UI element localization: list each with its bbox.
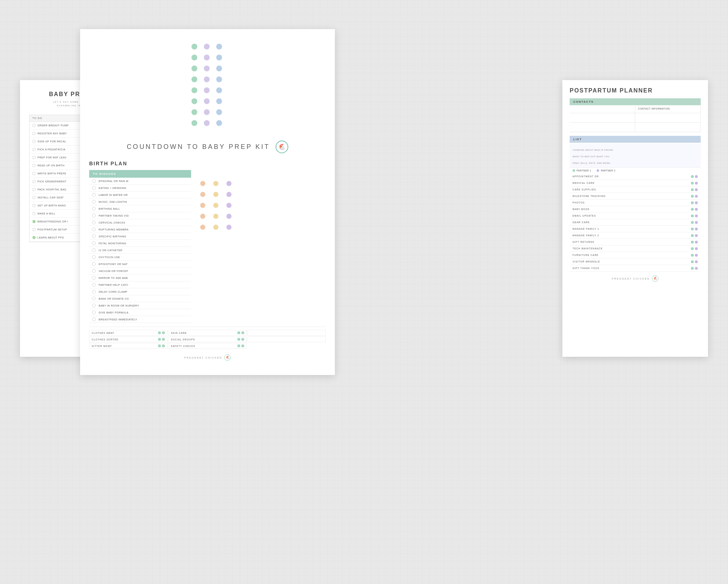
checkbox-circle [92, 228, 96, 231]
dot-p1 [691, 208, 694, 211]
checkbox-circle [92, 269, 96, 273]
list-item: PARTNER TAKING VID [89, 212, 191, 219]
partner-labels-row: PARTNER 1 PARTNER 2 [570, 168, 701, 173]
checkbox-circle [92, 262, 96, 266]
list-item: MUSIC, DIM LIGHTIN [89, 198, 191, 205]
bottom-labels: CLOTHES AWAY SKIN CARE CLOTHES SORTED SO… [89, 327, 326, 349]
list-item: RUPTURING MEMBRA [89, 226, 191, 233]
dot-p2 [695, 260, 698, 263]
contact-row [570, 123, 701, 132]
dot-grid-top [89, 40, 326, 133]
partner-2-dot [597, 169, 599, 172]
list-item: GIVE BABY FORMULA [89, 309, 191, 316]
brand-chicken-icon-right: 🐔 [652, 275, 658, 282]
list-item: BIRTHING BALL [89, 205, 191, 212]
list-item: CLOTHES AWAY [89, 330, 167, 336]
checkbox-circle [92, 193, 96, 197]
list-item: MIRROR TO SEE BAB [89, 275, 191, 281]
countdown-title: COUNTDOWN TO BABY PREP KIT [127, 143, 270, 151]
list-item: BABY BOOK [570, 206, 701, 213]
contact-cell [635, 113, 701, 122]
dot-p1 [691, 188, 694, 191]
contact-row [570, 113, 701, 123]
countdown-title-area: COUNTDOWN TO BABY PREP KIT 🐔 [89, 141, 326, 153]
list-item: CLOTHES SORTED [89, 336, 167, 342]
partner-1-label: PARTNER 1 [573, 169, 591, 172]
checkbox-circle [92, 290, 96, 293]
checkbox-circle [92, 248, 96, 252]
list-item: GIFT THANK YOUS [570, 265, 701, 272]
dot-p1 [691, 228, 694, 230]
checkbox-circle [92, 304, 96, 307]
contact-cell [635, 123, 701, 132]
dot-p2 [695, 241, 698, 244]
checkbox-circle [92, 179, 96, 183]
dot-p1 [691, 182, 694, 185]
dot-p2 [695, 214, 698, 217]
checkbox-circle [92, 283, 96, 287]
dot-p1 [691, 175, 694, 178]
pp-title: POSTPARTUM PLANNER [570, 87, 701, 94]
contacts-header: CONTACTS [570, 98, 701, 105]
dot-p2 [695, 267, 698, 270]
dot-p2 [695, 195, 698, 198]
checkbox-circle [92, 276, 96, 280]
list-item: IV OR CATHETER [89, 247, 191, 254]
list-item: TECH MAINTENANCE [570, 245, 701, 252]
list-item: SOCIAL GROUPS [168, 336, 246, 342]
chicken-logo-icon: 🐔 [276, 141, 288, 153]
dot-p1 [691, 214, 694, 217]
list-item: MEDICAL CARE [570, 180, 701, 186]
dot-p1 [691, 267, 694, 270]
checkbox-circle [92, 234, 96, 238]
list-item: VACUUM OR FORCEP [89, 268, 191, 275]
list-item: OXYTOCIN USE [89, 254, 191, 261]
list-item: EMAIL UPDATES [570, 213, 701, 219]
footer-brand-right: PREGNANT CHICKEN 🐔 [570, 275, 701, 282]
checkbox-circle [92, 186, 96, 190]
checkbox-circle [92, 214, 96, 217]
list-item: CERVICAL CHECKS [89, 219, 191, 226]
list-item: BREASTFEED IMMEDIATELY [89, 316, 191, 323]
dot-p2 [695, 234, 698, 237]
footer-brand: PREGNANT CHICKEN 🐔 [89, 354, 326, 361]
dot-p1 [691, 260, 694, 263]
list-header: LIST [570, 136, 701, 143]
card-middle: COUNTDOWN TO BABY PREP KIT 🐔 BIRTH PLAN … [80, 29, 335, 375]
dot-p2 [695, 247, 698, 250]
contacts-section: CONTACTS CONTACT INFORMATION [570, 98, 701, 132]
contact-cell [570, 106, 635, 113]
dot-p1 [691, 234, 694, 237]
dot-p1 [691, 201, 694, 204]
list-item: APPOINTMENT DR. [570, 173, 701, 180]
discuss-header: TO DISCUSS [89, 170, 191, 178]
contact-cell [570, 113, 635, 122]
dot-p2 [695, 188, 698, 191]
contact-cell [570, 123, 635, 132]
list-item: DELAY CORD CLAMP [89, 288, 191, 295]
list-section: LIST THINKING ABOUT WHO IS TAKING WANT T… [570, 136, 701, 272]
list-item: EATING + DRINKING [89, 185, 191, 192]
list-item: SPECIFIC BIRTHING [89, 233, 191, 240]
partner-2-label: PARTNER 2 [597, 169, 615, 172]
dot-p1 [691, 241, 694, 244]
list-item: FETAL MONITORING [89, 240, 191, 247]
list-item: SITTER MGMT [89, 343, 167, 349]
list-item [248, 336, 326, 342]
dot-p2 [695, 175, 698, 178]
dot-p2 [695, 182, 698, 185]
dot-p2 [695, 221, 698, 224]
list-item: GIFT RETURNS [570, 239, 701, 245]
list-item: CARE SUPPLIES [570, 186, 701, 193]
dot-p1 [691, 254, 694, 257]
contact-row: CONTACT INFORMATION [570, 106, 701, 113]
list-item: GEAR CARE [570, 219, 701, 226]
list-subtitle: THINKING ABOUT WHO IS TAKING WANT TO MAP… [570, 143, 701, 168]
dot-p2 [695, 208, 698, 211]
list-item: SAFETY CHECKS [168, 343, 246, 349]
checkbox-circle [92, 207, 96, 210]
checkbox-circle [92, 297, 96, 300]
checkbox-circle [92, 317, 96, 321]
checkbox-circle [92, 200, 96, 204]
checkbox-circle [92, 241, 96, 245]
